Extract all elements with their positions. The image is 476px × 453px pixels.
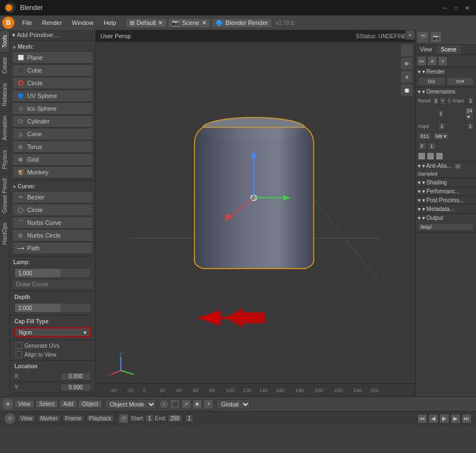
btn-nurbs-circle[interactable]: ◎ Nurbs Circle [12, 229, 93, 241]
dimensions-header[interactable]: ▾ ▾ Dimensions [416, 87, 476, 96]
tab-relations[interactable]: Relations [1, 78, 9, 111]
btn-timeline-frame[interactable]: Frame [63, 415, 84, 422]
layout-widget[interactable]: ⊞ Default ✕ [126, 19, 167, 27]
align-to-view-checkbox[interactable] [16, 351, 22, 358]
resol-y-field[interactable]: 1 [438, 110, 444, 117]
start-field[interactable]: 1 [145, 414, 154, 423]
btn-timeline-playback[interactable]: Playback [86, 415, 115, 422]
btn-select[interactable]: Select [35, 400, 59, 408]
btn-clock-icon[interactable]: ⏱ [119, 414, 129, 424]
tab-create[interactable]: Create [1, 52, 9, 78]
btn-prev-frame[interactable]: ◀ [428, 414, 438, 424]
btn-ico-sphere[interactable]: ◇ Ico Sphere [12, 102, 93, 115]
tab-tools[interactable]: Tools [1, 30, 9, 52]
btn-uv-sphere[interactable]: 🔵 UV Sphere [12, 90, 93, 102]
btn-monkey[interactable]: 🐒 Monkey [12, 166, 93, 178]
fps-value[interactable]: 811 [418, 132, 432, 140]
color-btn-2[interactable] [427, 152, 434, 160]
tab-grease-pencil[interactable]: Grease Pencil [1, 173, 9, 218]
cam-btn-3[interactable]: ☀ [401, 71, 413, 83]
x-field[interactable]: 0.000 [60, 372, 91, 380]
metadata-header[interactable]: ▾ ▾ Metadata... [416, 205, 476, 213]
btn-cube[interactable]: ⬛ Cube [12, 64, 93, 76]
menu-file[interactable]: File [18, 18, 37, 27]
tab-physics[interactable]: Physics [1, 145, 9, 173]
close-button[interactable]: ✕ [463, 3, 472, 12]
btn-cone[interactable]: △ Cone [12, 128, 93, 140]
render-icon-3[interactable]: V [438, 56, 448, 66]
fram-z-field[interactable]: 1 [467, 122, 474, 130]
render-section-header[interactable]: ▾ ▾ Render [416, 68, 476, 76]
cam-btn-1[interactable]: 🎥 [401, 44, 413, 56]
viewport[interactable]: User Persp SStatus: UNDEFINED + [96, 30, 415, 397]
fram-y-field[interactable]: 24 ▸ [465, 107, 474, 120]
engine-widget[interactable]: 🔷 Blender Render [212, 19, 272, 27]
btn-add[interactable]: Add [59, 400, 77, 408]
render-icon-2[interactable]: A [427, 56, 437, 66]
rpanel-btn-scene[interactable]: 🎬 [417, 31, 429, 43]
btn-curve-circle[interactable]: ◯ Circle [12, 204, 93, 216]
f-btn[interactable]: F [418, 142, 427, 150]
btn-bezier[interactable]: 〜 Bezier [12, 191, 93, 203]
btn-nurbs-curve[interactable]: ⌒ Nurbs Curve [12, 217, 93, 229]
global-selector[interactable]: Global [216, 399, 250, 409]
minimize-button[interactable]: ─ [441, 3, 449, 12]
btn-play[interactable]: ▶ [439, 414, 449, 424]
overlay-btn-3[interactable]: ↗ [181, 399, 191, 409]
tmp-path-field[interactable]: /tmp/ [418, 223, 474, 231]
btn-draw-curve[interactable]: Draw Curve [12, 279, 93, 289]
btn-circle[interactable]: ⭕ Circle [12, 77, 93, 89]
rpanel-tab-scene[interactable]: Scene [437, 45, 461, 54]
overlay-btn-4[interactable]: ✱ [192, 399, 202, 409]
output-header[interactable]: ▾ ▾ Output [416, 214, 476, 222]
fram-x-field[interactable]: 1 [468, 97, 474, 105]
window-controls[interactable]: ─ □ ✕ [441, 3, 472, 12]
btn-plane[interactable]: ⬜ Plane [12, 52, 93, 64]
menu-window[interactable]: Window [68, 18, 98, 27]
sub-btn[interactable]: - [447, 97, 452, 105]
tab-hardops[interactable]: HardOps [1, 218, 9, 249]
btn-path[interactable]: ⟶ Path [12, 242, 93, 254]
mode-selector[interactable]: Object Mode [105, 399, 156, 409]
layout-x-icon[interactable]: ✕ [158, 19, 163, 27]
btn-skip-start[interactable]: ⏮ [417, 414, 427, 424]
btn-timeline-marker[interactable]: Marker [38, 415, 60, 422]
rpanel-tab-view[interactable]: View [416, 45, 437, 54]
btn-next-frame[interactable]: ▶ [451, 414, 460, 424]
cap-type-dropdown[interactable]: Ngon ▾ [14, 327, 91, 337]
viewport-corner-btn[interactable]: + [405, 30, 415, 40]
timeline-toggle[interactable]: ⏱ [4, 413, 16, 424]
y-field[interactable]: 0.000 [60, 383, 91, 392]
color-btn-3[interactable] [436, 152, 443, 160]
end-field[interactable]: 250 [167, 414, 182, 423]
render-icon-1[interactable]: Im [417, 56, 427, 66]
resol-x-field[interactable]: 1 [433, 97, 439, 105]
generate-uvs-checkbox[interactable] [16, 342, 22, 349]
overlay-btn-1[interactable]: ○ [159, 399, 169, 409]
btn-view[interactable]: View [14, 400, 34, 408]
btn-grid[interactable]: ⊞ Grid [12, 153, 93, 166]
maximize-button[interactable]: □ [452, 3, 460, 12]
viewport-toggle[interactable]: 👁 [2, 399, 13, 410]
menu-render[interactable]: Render [38, 18, 66, 27]
tab-animation[interactable]: Animation [1, 111, 9, 145]
lamp-slider[interactable]: 1.000 [14, 268, 91, 278]
scene-widget[interactable]: 📷 Scene ✕ [168, 19, 209, 27]
btn-timeline-view[interactable]: View [18, 415, 35, 422]
btn-torus[interactable]: ◎ Torus [12, 141, 93, 153]
post-process-header[interactable]: ▾ ▾ Post Process... [416, 196, 476, 204]
btn-skip-end[interactable]: ⏭ [462, 414, 472, 424]
cam-btn-4[interactable]: 🔲 [401, 84, 413, 96]
performance-header[interactable]: ▾ ▾ Performanc... [416, 187, 476, 195]
menu-help[interactable]: Help [99, 18, 121, 27]
render-btn-im[interactable]: Im▾ [447, 77, 474, 86]
shading-header[interactable]: ▾ ▾ Shading [416, 178, 476, 187]
val1-btn[interactable]: 1 [428, 142, 436, 150]
anti-alias-header[interactable]: ▾ ▾ Anti-Alia... ✓ [416, 162, 476, 170]
btn-cylinder[interactable]: ⬡ Cylinder [12, 115, 93, 127]
cam-btn-2[interactable]: 👁 [401, 58, 413, 70]
add-btn[interactable]: + [439, 97, 446, 105]
rpanel-btn-render[interactable]: 📷 [430, 31, 442, 43]
depth-slider[interactable]: 2.000 [14, 303, 91, 313]
overlay-btn-5[interactable]: ⌖ [203, 399, 213, 409]
